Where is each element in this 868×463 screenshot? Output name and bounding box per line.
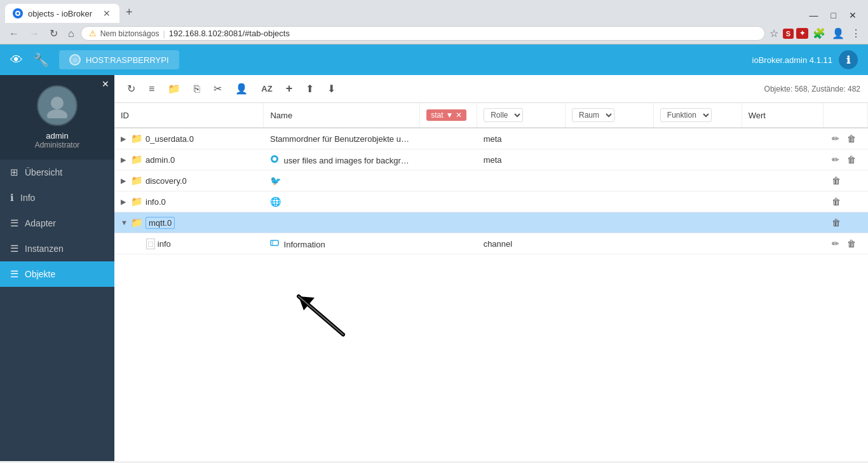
cut-button[interactable]: ✂ bbox=[208, 79, 227, 98]
rolle-filter-select[interactable]: Rolle bbox=[484, 108, 523, 122]
row-stat bbox=[420, 128, 477, 149]
expand-btn[interactable]: ▶ bbox=[121, 198, 128, 206]
address-bar[interactable]: ⚠ Nem biztonságos | 192.168.8.102:8081/#… bbox=[81, 26, 765, 41]
row-name: 🐦 bbox=[264, 170, 420, 191]
row-stat bbox=[420, 191, 477, 212]
new-tab-button[interactable]: + bbox=[119, 3, 139, 22]
instances-icon: ☰ bbox=[10, 243, 18, 254]
overview-icon: ⊞ bbox=[10, 167, 18, 178]
back-button[interactable]: ← bbox=[5, 26, 23, 41]
row-funktion bbox=[653, 128, 742, 149]
expand-btn[interactable]: ▶ bbox=[121, 177, 128, 185]
edit-button[interactable]: ✏ bbox=[829, 237, 842, 250]
browser-actions: ☆ S ✦ 🧩 👤 ⋮ bbox=[768, 25, 863, 41]
sidebar-item-overview[interactable]: ⊞ Übersicht bbox=[0, 160, 114, 185]
delete-button[interactable]: 🗑 bbox=[829, 216, 843, 229]
extension-btn-2[interactable]: ✦ bbox=[796, 28, 808, 39]
sort-button[interactable]: AZ bbox=[256, 81, 277, 97]
table-header-row: ID Name stat ▼ ✕ bbox=[114, 103, 868, 128]
folder-icon: 📁 bbox=[131, 133, 143, 144]
maximize-button[interactable]: □ bbox=[825, 8, 843, 23]
row-funktion bbox=[653, 149, 742, 170]
tab-title: objects - ioBroker bbox=[28, 9, 92, 18]
refresh-objects-button[interactable]: ↻ bbox=[122, 79, 140, 98]
user-manage-button[interactable]: 👤 bbox=[230, 79, 253, 98]
bookmark-button[interactable]: ☆ bbox=[768, 25, 780, 41]
tab-close[interactable]: ✕ bbox=[102, 8, 112, 18]
delete-button[interactable]: 🗑 bbox=[829, 174, 843, 187]
avatar bbox=[37, 85, 78, 126]
export-button[interactable]: ⬇ bbox=[322, 79, 341, 98]
row-rolle: meta bbox=[477, 149, 566, 170]
funktion-filter-select[interactable]: Funktion bbox=[660, 108, 712, 122]
copy-button[interactable]: ⎘ bbox=[189, 80, 205, 98]
row-stat bbox=[420, 233, 477, 254]
row-rolle: meta bbox=[477, 128, 566, 149]
svg-point-1 bbox=[17, 12, 19, 15]
minimize-button[interactable]: — bbox=[803, 8, 825, 23]
row-raum bbox=[565, 191, 653, 212]
table-container: ID Name stat ▼ ✕ bbox=[114, 103, 868, 461]
main-content: ✕ admin Administrator ⊞ Übersicht ℹ Info bbox=[0, 75, 868, 461]
col-header-rolle: Rolle bbox=[477, 103, 566, 128]
collapse-btn[interactable]: ▼ bbox=[121, 219, 128, 226]
row-wert bbox=[742, 233, 823, 254]
sidebar-item-info[interactable]: ℹ Info bbox=[0, 185, 114, 211]
col-header-id: ID bbox=[114, 103, 264, 128]
host-button[interactable]: ○ HOST:RASPBERRYPI bbox=[59, 50, 179, 69]
sidebar-item-objects[interactable]: ☰ Objekte bbox=[0, 261, 114, 287]
active-tab[interactable]: objects - ioBroker ✕ bbox=[5, 4, 119, 23]
extension-btn-1[interactable]: S bbox=[783, 29, 794, 39]
objects-icon: ☰ bbox=[10, 268, 18, 280]
forward-button[interactable]: → bbox=[25, 26, 43, 41]
refresh-button[interactable]: ↻ bbox=[46, 25, 62, 41]
import-button[interactable]: ⬆ bbox=[301, 79, 319, 98]
sidebar-item-adapter[interactable]: ☰ Adapter bbox=[0, 211, 114, 236]
menu-button[interactable]: ⋮ bbox=[849, 25, 863, 41]
profile-button[interactable]: 👤 bbox=[830, 25, 846, 41]
sidebar-nav: ⊞ Übersicht ℹ Info ☰ Adapter ☰ Instanzen… bbox=[0, 160, 114, 461]
info-circle-button[interactable]: ℹ bbox=[839, 50, 858, 69]
nav-wrench-button[interactable]: 🔧 bbox=[33, 52, 49, 67]
address-separator: | bbox=[163, 29, 165, 38]
table-row: ▶ 📁 info.0 🌐 bbox=[114, 191, 868, 212]
delete-button[interactable]: 🗑 bbox=[829, 195, 843, 208]
home-button[interactable]: ⌂ bbox=[64, 26, 78, 41]
browser-chrome: objects - ioBroker ✕ + — □ ✕ ← → ↻ ⌂ ⚠ N… bbox=[0, 0, 868, 45]
sidebar-item-label-instances: Instanzen bbox=[25, 244, 64, 254]
row-funktion bbox=[653, 233, 742, 254]
nav-eye-button[interactable]: 👁 bbox=[10, 53, 23, 67]
expand-btn[interactable]: ▶ bbox=[121, 156, 128, 164]
security-warning-icon: ⚠ bbox=[89, 29, 97, 38]
extensions-button[interactable]: 🧩 bbox=[811, 25, 827, 41]
raum-filter-select[interactable]: Raum bbox=[572, 108, 614, 122]
table-row: ▶ 📁 0_userdata.0 Stammordner für Benutze… bbox=[114, 128, 868, 149]
sidebar-username: admin bbox=[46, 131, 68, 141]
folder-icon: 📁 bbox=[131, 217, 143, 228]
toolbar-status: Objekte: 568, Zustände: 482 bbox=[764, 85, 860, 93]
list-view-button[interactable]: ≡ bbox=[144, 80, 159, 98]
delete-button[interactable]: 🗑 bbox=[844, 153, 858, 166]
row-name: 🌐 bbox=[264, 191, 420, 212]
close-window-button[interactable]: ✕ bbox=[843, 8, 863, 23]
delete-button[interactable]: 🗑 bbox=[844, 132, 858, 145]
col-header-wert: Wert bbox=[742, 103, 823, 128]
row-funktion bbox=[653, 212, 742, 233]
delete-button[interactable]: 🗑 bbox=[844, 237, 858, 250]
row-rolle bbox=[477, 170, 566, 191]
row-rolle: channel bbox=[477, 233, 566, 254]
expand-btn[interactable]: ▶ bbox=[121, 135, 128, 143]
user-label: ioBroker.admin 4.1.11 bbox=[752, 55, 832, 65]
edit-button[interactable]: ✏ bbox=[829, 153, 842, 166]
objects-count: Objekte: 568, Zustände: 482 bbox=[764, 85, 860, 93]
add-object-button[interactable]: + bbox=[281, 79, 298, 99]
stat-filter-badge[interactable]: stat ▼ ✕ bbox=[426, 109, 466, 121]
folder-view-button[interactable]: 📁 bbox=[163, 79, 186, 98]
sidebar-item-instances[interactable]: ☰ Instanzen bbox=[0, 236, 114, 261]
row-id: ▼ 📁 mqtt.0 bbox=[114, 212, 264, 233]
close-sidebar-button[interactable]: ✕ bbox=[102, 79, 109, 89]
discovery-icon: 🐦 bbox=[270, 176, 281, 186]
channel-icon bbox=[270, 238, 279, 247]
stat-filter-close[interactable]: ✕ bbox=[456, 111, 462, 120]
edit-button[interactable]: ✏ bbox=[829, 132, 842, 145]
